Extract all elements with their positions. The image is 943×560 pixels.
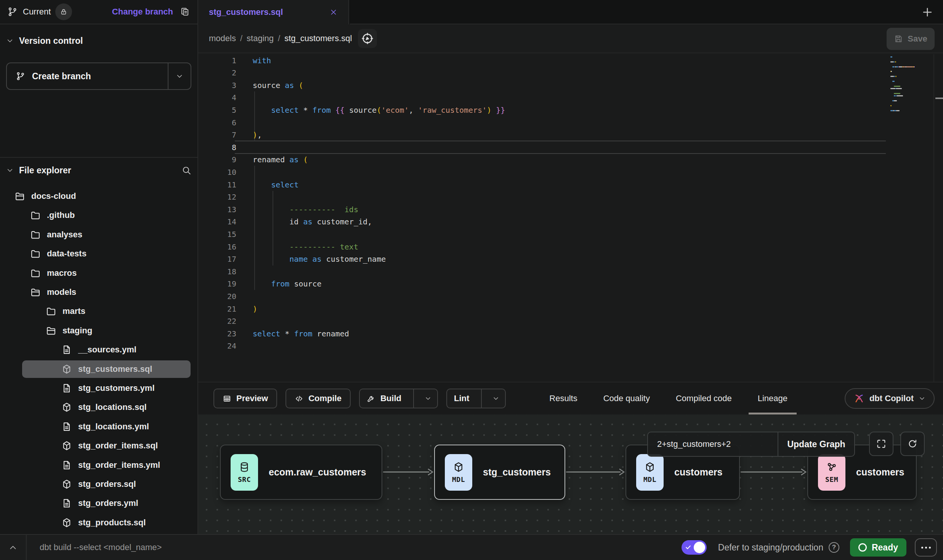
model-sql-icon — [61, 402, 72, 413]
fullscreen-button[interactable] — [869, 432, 893, 456]
file-tree-item-stg-locations-sql[interactable]: stg_locations.sql — [0, 398, 197, 417]
lineage-selector-input[interactable] — [648, 432, 778, 456]
code-text: id as customer_id, — [236, 217, 372, 226]
preview-button[interactable]: Preview — [213, 389, 277, 408]
tab-stg-customers-sql[interactable]: stg_customers.sql — [198, 0, 349, 24]
panel-tab-results[interactable]: Results — [536, 382, 590, 414]
code-line[interactable]: 14 id as customer_id, — [198, 216, 943, 228]
code-line[interactable]: 1with — [198, 54, 943, 67]
compile-button[interactable]: Compile — [285, 389, 351, 408]
file-tree-item-stg-orders-yml[interactable]: stg_orders.yml — [0, 494, 197, 513]
file-tree-item--github[interactable]: .github — [0, 206, 197, 225]
file-tree-item-data-tests[interactable]: data-tests — [0, 244, 197, 263]
new-tab-button[interactable] — [921, 6, 934, 19]
file-tree-item-docs-cloud[interactable]: docs-cloud — [0, 187, 197, 206]
breadcrumb-bar: models / staging / stg_customers.sql Sav… — [198, 24, 943, 53]
save-button[interactable]: Save — [887, 28, 935, 50]
file-name: __sources.yml — [78, 345, 136, 355]
line-number: 9 — [198, 155, 236, 164]
badge-label: MDL — [452, 475, 465, 483]
file-tree-item-stg-locations-yml[interactable]: stg_locations.yml — [0, 417, 197, 436]
compile-label: Compile — [308, 394, 342, 403]
table-icon — [223, 394, 231, 403]
code-line[interactable]: 4 — [198, 91, 943, 104]
lineage-node-ecom-raw-customers[interactable]: SRCecom.raw_customers — [220, 445, 382, 500]
code-line[interactable]: 17 name as customer_name — [198, 253, 943, 266]
code-line[interactable]: 21) — [198, 302, 943, 315]
code-line[interactable]: 18 — [198, 265, 943, 278]
preview-label: Preview — [236, 394, 268, 403]
file-tree-item-stg-order-items-yml[interactable]: stg_order_items.yml — [0, 456, 197, 475]
code-line[interactable]: 16 ---------- text — [198, 240, 943, 253]
code-line[interactable]: 15 — [198, 228, 943, 240]
panel-tab-compiled-code[interactable]: Compiled code — [663, 382, 745, 414]
current-branch-label: Current — [23, 7, 51, 17]
code-line[interactable]: 10 — [198, 166, 943, 178]
change-branch-link[interactable]: Change branch — [112, 7, 173, 17]
code-line[interactable]: 19 from source — [198, 278, 943, 290]
dbt-copilot-button[interactable]: dbt Copilot — [845, 388, 935, 409]
code-line[interactable]: 22 — [198, 315, 943, 328]
build-button[interactable]: Build — [360, 389, 408, 408]
lineage-node-stg-customers[interactable]: MDLstg_customers — [434, 445, 565, 500]
model-cube-icon — [644, 461, 656, 473]
code-line[interactable]: 6 — [198, 116, 943, 129]
code-line[interactable]: 23select * from renamed — [198, 327, 943, 340]
lint-dropdown[interactable] — [487, 389, 505, 408]
close-icon[interactable] — [329, 8, 338, 16]
more-options-button[interactable] — [915, 538, 937, 557]
scrollbar-thumb[interactable] — [935, 98, 943, 99]
editor-minimap[interactable] — [890, 56, 931, 121]
lineage-canvas[interactable]: SRCecom.raw_customersMDLstg_customersMDL… — [198, 414, 943, 534]
defer-toggle[interactable] — [682, 540, 707, 555]
breadcrumb-segment[interactable]: staging — [247, 34, 274, 43]
code-line[interactable]: 3source as ( — [198, 79, 943, 91]
code-line[interactable]: 2 — [198, 67, 943, 79]
refresh-button[interactable] — [900, 432, 925, 456]
lock-icon — [60, 8, 67, 16]
code-line[interactable]: 8 — [198, 141, 943, 154]
ready-status-button[interactable]: Ready — [850, 538, 906, 557]
code-line[interactable]: 7), — [198, 129, 943, 141]
code-line[interactable]: 11 select — [198, 178, 943, 191]
file-tree-item--sources-yml[interactable]: __sources.yml — [0, 340, 197, 359]
search-icon[interactable] — [181, 165, 191, 175]
file-tree-item-stg-products-sql[interactable]: stg_products.sql — [0, 513, 197, 532]
create-branch-dropdown[interactable] — [168, 63, 191, 89]
create-branch-main[interactable]: Create branch — [7, 63, 168, 89]
expand-command-bar-button[interactable] — [0, 543, 26, 552]
create-branch-button[interactable]: Create branch — [6, 62, 191, 90]
breadcrumb-segment[interactable]: models — [209, 34, 236, 43]
build-dropdown[interactable] — [419, 389, 437, 408]
code-line[interactable]: 20 — [198, 290, 943, 302]
file-tree-item-marts[interactable]: marts — [0, 302, 197, 321]
code-editor[interactable]: 1with23source as (45 select * from {{ so… — [198, 54, 943, 382]
panel-tab-code-quality[interactable]: Code quality — [590, 382, 663, 414]
file-tree-item-stg-customers-yml[interactable]: stg_customers.yml — [0, 379, 197, 398]
file-explorer-section-header[interactable]: File explorer — [0, 162, 197, 178]
file-tree-item-staging[interactable]: staging — [0, 321, 197, 340]
copy-icon[interactable] — [180, 7, 190, 17]
file-tree-item-stg-customers-sql[interactable]: stg_customers.sql — [0, 360, 197, 379]
file-tree-item-models[interactable]: models — [0, 283, 197, 302]
code-line[interactable]: 9renamed as ( — [198, 154, 943, 166]
code-line[interactable]: 5 select * from {{ source('ecom', 'raw_c… — [198, 104, 943, 116]
file-name: stg_locations.sql — [78, 402, 147, 412]
copilot-label: dbt Copilot — [869, 394, 914, 403]
file-tree-item-stg-orders-sql[interactable]: stg_orders.sql — [0, 475, 197, 494]
file-tree-item-macros[interactable]: macros — [0, 264, 197, 283]
help-icon[interactable]: ? — [829, 542, 839, 553]
chevron-down-icon — [6, 166, 14, 174]
explore-lineage-button[interactable] — [358, 29, 377, 48]
lint-button[interactable]: Lint — [447, 389, 476, 408]
version-control-section-header[interactable]: Version control — [0, 33, 197, 49]
file-tree-item-analyses[interactable]: analyses — [0, 225, 197, 244]
file-tree-item-stg-order-items-sql[interactable]: stg_order_items.sql — [0, 436, 197, 455]
dbt-command-input[interactable] — [27, 542, 370, 552]
tab-title: stg_customers.sql — [209, 7, 283, 17]
update-graph-button[interactable]: Update Graph — [778, 432, 854, 456]
code-line[interactable]: 24 — [198, 340, 943, 352]
panel-tab-lineage[interactable]: Lineage — [745, 382, 800, 414]
code-line[interactable]: 12 — [198, 191, 943, 203]
code-line[interactable]: 13 ---------- ids — [198, 203, 943, 216]
